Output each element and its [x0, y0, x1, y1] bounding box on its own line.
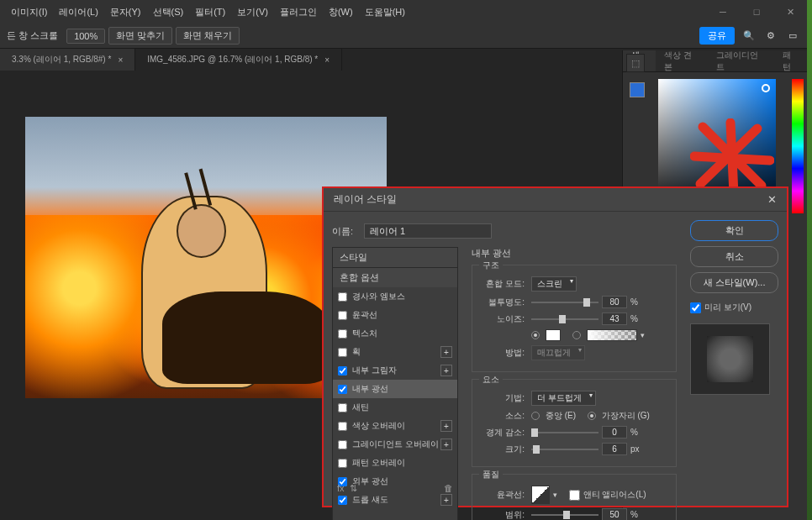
blend-options-header[interactable]: 혼합 옵션 [333, 267, 457, 287]
close-icon[interactable]: × [324, 55, 330, 65]
size-label: 크기: [481, 444, 525, 455]
noise-slider[interactable] [531, 318, 598, 320]
gradient-radio[interactable] [572, 331, 581, 339]
add-icon[interactable]: + [440, 420, 452, 432]
fill-screen-button[interactable]: 화면 채우기 [176, 27, 240, 45]
menubar: 이미지(I) 레이어(L) 문자(Y) 선택(S) 필터(T) 보기(V) 플러… [0, 0, 807, 24]
effect-contour[interactable]: 윤곽선 [333, 306, 457, 324]
preview-label: 미리 보기(V) [704, 302, 751, 313]
section-label: 품질 [479, 469, 503, 481]
range-slider[interactable] [531, 514, 598, 516]
fit-screen-button[interactable]: 화면 맞추기 [108, 27, 172, 45]
effects-list: 스타일 혼합 옵션 경사와 엠보스 윤곽선 텍스처 획+ 내부 그림자+ 내부 … [332, 247, 458, 520]
effect-checkbox[interactable] [338, 311, 347, 320]
effect-satin[interactable]: 새틴 [333, 398, 457, 417]
tab-document-2[interactable]: IMG_4586.JPG @ 16.7% (레이어 1, RGB/8) * × [135, 49, 342, 71]
structure-section: 구조 혼합 모드:스크린 불투명도:% 노이즈:% ▾ 방법:매끄럽게 [472, 265, 677, 372]
menu-layer[interactable]: 레이어(L) [53, 6, 103, 18]
effect-checkbox[interactable] [338, 366, 347, 376]
technique-dropdown[interactable]: 더 부드럽게 [531, 391, 596, 406]
effect-inner-glow[interactable]: 내부 광선 [333, 380, 457, 398]
glow-gradient-chip[interactable] [587, 329, 637, 341]
ok-button[interactable]: 확인 [690, 220, 778, 241]
range-label: 범위: [481, 509, 525, 521]
color-panel-tabs: 색상 색상 견본 그레이디언트 패턴 [623, 50, 807, 72]
effect-checkbox[interactable] [338, 422, 347, 431]
share-button[interactable]: 공유 [699, 27, 735, 45]
add-icon[interactable]: + [440, 439, 452, 450]
menu-plugin[interactable]: 플러그인 [274, 6, 323, 18]
menu-view[interactable]: 보기(V) [231, 6, 274, 18]
layer-name-input[interactable] [364, 223, 492, 239]
noise-input[interactable] [602, 313, 627, 325]
opacity-input[interactable] [602, 296, 627, 308]
settings-icon[interactable]: ⚙ [763, 29, 778, 44]
effect-pattern-overlay[interactable]: 패턴 오버레이 [333, 454, 457, 472]
effect-bevel[interactable]: 경사와 엠보스 [333, 287, 457, 306]
method-label: 방법: [481, 347, 525, 359]
blend-mode-dropdown[interactable]: 스크린 [531, 276, 577, 292]
tab-patterns[interactable]: 패턴 [774, 50, 807, 71]
source-edge-radio[interactable] [588, 412, 596, 420]
minimize-button[interactable]: ─ [706, 0, 740, 24]
hue-slider[interactable] [792, 79, 804, 213]
effect-checkbox[interactable] [338, 348, 347, 357]
antialias-checkbox[interactable] [569, 490, 580, 501]
search-icon[interactable]: 🔍 [741, 29, 757, 44]
opacity-slider[interactable] [531, 302, 598, 303]
size-input[interactable] [602, 443, 627, 455]
choke-slider[interactable] [531, 432, 598, 433]
glow-color-chip[interactable] [546, 329, 561, 341]
menu-type[interactable]: 문자(Y) [104, 6, 147, 18]
effect-gradient-overlay[interactable]: 그레이디언트 오버레이+ [333, 435, 457, 454]
effect-checkbox[interactable] [338, 440, 347, 449]
tab-document-1[interactable]: 3.3% (레이어 1, RGB/8#) * × [0, 49, 135, 71]
choke-input[interactable] [602, 426, 627, 439]
add-icon[interactable]: + [440, 346, 452, 358]
close-icon[interactable]: × [118, 55, 123, 65]
range-input[interactable] [602, 508, 627, 520]
layer-style-dialog: 레이어 스타일 ✕ 이름: 스타일 혼합 옵션 경사와 엠보스 윤곽선 텍스처 … [322, 186, 788, 507]
effect-checkbox[interactable] [338, 385, 347, 394]
maximize-button[interactable]: □ [740, 0, 773, 24]
menu-filter[interactable]: 필터(T) [189, 6, 231, 18]
3d-panel-icon[interactable]: ⬚ [626, 54, 645, 72]
close-button[interactable]: ✕ [773, 0, 807, 24]
section-heading: 내부 광선 [472, 247, 677, 260]
chevron-up-down-icon[interactable]: ⇅ [350, 483, 357, 494]
menu-select[interactable]: 선택(S) [147, 6, 190, 18]
menu-help[interactable]: 도움말(H) [359, 6, 411, 18]
add-icon[interactable]: + [440, 365, 452, 376]
method-dropdown[interactable]: 매끄럽게 [531, 345, 585, 360]
fx-icon[interactable]: fx [337, 483, 345, 494]
effect-stroke[interactable]: 획+ [333, 343, 457, 361]
menu-window[interactable]: 창(W) [323, 6, 359, 18]
effect-checkbox[interactable] [338, 403, 347, 412]
menu-image[interactable]: 이미지(I) [5, 6, 53, 18]
zoom-level[interactable]: 100% [66, 29, 105, 44]
size-slider[interactable] [531, 449, 598, 450]
dialog-titlebar[interactable]: 레이어 스타일 ✕ [324, 188, 787, 212]
effect-inner-shadow[interactable]: 내부 그림자+ [333, 361, 457, 380]
trash-icon[interactable]: 🗑 [444, 483, 453, 494]
effect-color-overlay[interactable]: 색상 오버레이+ [333, 417, 457, 435]
source-center-radio[interactable] [531, 412, 540, 420]
cancel-button[interactable]: 취소 [690, 246, 778, 267]
close-icon[interactable]: ✕ [767, 193, 777, 206]
color-radio[interactable] [531, 331, 540, 339]
preview-checkbox[interactable] [690, 302, 701, 313]
tab-gradients[interactable]: 그레이디언트 [708, 50, 773, 71]
noise-label: 노이즈: [481, 313, 525, 325]
color-cursor-icon [762, 84, 770, 92]
effect-texture[interactable]: 텍스처 [333, 324, 457, 343]
contour-picker[interactable] [531, 486, 550, 504]
foreground-color-swatch[interactable] [630, 82, 645, 97]
effect-checkbox[interactable] [338, 329, 347, 339]
effect-checkbox[interactable] [338, 459, 347, 468]
new-style-button[interactable]: 새 스타일(W)... [690, 272, 778, 293]
tab-swatches[interactable]: 색상 견본 [656, 50, 708, 71]
styles-header[interactable]: 스타일 [333, 248, 457, 267]
effect-checkbox[interactable] [338, 292, 347, 302]
workspace-icon[interactable]: ▭ [785, 29, 800, 44]
tab-label: 3.3% (레이어 1, RGB/8#) * [12, 54, 111, 66]
